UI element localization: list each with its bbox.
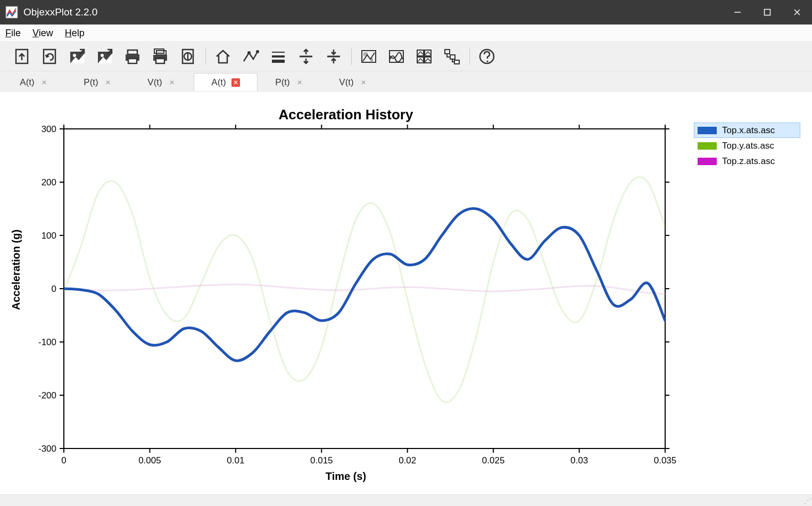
svg-text:0.02: 0.02 <box>399 455 416 466</box>
toolbar: ms <box>0 42 812 71</box>
legend-item-0[interactable]: Top.x.ats.asc <box>694 123 800 138</box>
svg-rect-33 <box>417 50 424 56</box>
statusbar: ⋰ <box>0 494 812 506</box>
svg-text:0.015: 0.015 <box>310 455 333 466</box>
page-setup-button[interactable] <box>176 45 200 68</box>
x-axis-label: Time (s) <box>5 470 686 483</box>
svg-point-41 <box>486 60 488 62</box>
svg-rect-39 <box>454 60 459 64</box>
svg-text:200: 200 <box>42 177 56 187</box>
export-image-button[interactable] <box>65 45 89 68</box>
y-axis-label: Acceleration (g) <box>10 230 22 310</box>
series-Top.x.ats.asc[interactable] <box>64 209 665 361</box>
legend: Top.x.ats.ascTop.y.ats.ascTop.z.ats.asc <box>694 123 800 169</box>
svg-rect-35 <box>417 57 424 63</box>
legend-swatch-icon <box>698 142 717 150</box>
menubar: File View Help <box>0 25 812 42</box>
tree-button[interactable] <box>440 45 464 68</box>
svg-text:0: 0 <box>61 455 66 466</box>
tab-close-icon[interactable]: ✕ <box>359 78 368 87</box>
minimize-button[interactable] <box>723 0 752 25</box>
help-button[interactable] <box>475 45 499 68</box>
multiplot-button[interactable] <box>412 45 436 68</box>
tab-vt-2[interactable]: V(t)✕ <box>130 73 194 91</box>
svg-text:300: 300 <box>42 124 56 134</box>
resize-grip-icon[interactable]: ⋰ <box>804 496 810 505</box>
svg-rect-34 <box>425 50 431 56</box>
tab-at-0[interactable]: A(t)✕ <box>2 73 66 91</box>
tab-close-icon[interactable]: ✕ <box>231 78 240 87</box>
svg-text:-100: -100 <box>38 337 56 347</box>
menu-file[interactable]: File <box>3 27 23 40</box>
menu-help[interactable]: Help <box>63 27 87 40</box>
tab-label: P(t) <box>275 77 289 88</box>
chart-title: Acceleration History <box>5 107 686 123</box>
legend-item-1[interactable]: Top.y.ats.asc <box>694 138 800 153</box>
tab-close-icon[interactable]: ✕ <box>40 78 48 87</box>
menu-view[interactable]: View <box>30 27 55 40</box>
chart-canvas[interactable]: -300-200-100010020030000.0050.010.0150.0… <box>5 97 686 486</box>
tab-pt-1[interactable]: P(t)✕ <box>66 73 130 91</box>
export-pdf-button[interactable] <box>93 45 117 68</box>
tab-label: P(t) <box>84 77 98 88</box>
app-icon <box>5 6 18 19</box>
svg-point-10 <box>101 54 104 57</box>
open-button[interactable] <box>10 45 34 68</box>
svg-rect-37 <box>445 50 450 54</box>
collapse-v-button[interactable] <box>321 45 346 68</box>
svg-point-22 <box>247 51 251 54</box>
svg-point-8 <box>73 54 76 57</box>
print-all-button[interactable] <box>148 45 172 68</box>
expand-v-button[interactable] <box>294 45 318 68</box>
svg-rect-38 <box>450 55 455 59</box>
tab-at-3[interactable]: A(t)✕ <box>194 73 258 91</box>
home-button[interactable] <box>211 45 235 68</box>
print-button[interactable] <box>120 45 145 68</box>
svg-rect-2 <box>765 10 770 15</box>
legend-item-2[interactable]: Top.z.ats.asc <box>694 153 800 169</box>
svg-rect-14 <box>128 59 137 63</box>
tab-pt-4[interactable]: P(t)✕ <box>258 73 321 91</box>
line-width-button[interactable] <box>266 45 291 68</box>
svg-text:-300: -300 <box>38 444 56 454</box>
svg-rect-12 <box>128 50 137 54</box>
svg-text:0: 0 <box>52 284 56 294</box>
tab-label: V(t) <box>147 77 162 88</box>
svg-text:0.005: 0.005 <box>138 455 161 466</box>
plot-area: Acceleration History Acceleration (g) Ti… <box>0 92 812 494</box>
overlay-button[interactable] <box>384 45 409 68</box>
series-Top.z.ats.asc[interactable] <box>64 284 665 294</box>
line-style-button[interactable] <box>238 45 263 68</box>
reload-button[interactable] <box>37 45 62 68</box>
svg-point-23 <box>256 50 259 53</box>
titlebar: ObjexxPlot 2.2.0 <box>0 0 812 25</box>
tab-close-icon[interactable]: ✕ <box>295 78 304 87</box>
svg-rect-36 <box>425 57 431 63</box>
tab-label: V(t) <box>339 77 353 88</box>
legend-label: Top.x.ats.asc <box>722 125 775 136</box>
tab-vt-5[interactable]: V(t)✕ <box>321 73 385 91</box>
tab-label: A(t) <box>211 77 226 88</box>
svg-text:0.03: 0.03 <box>570 455 588 466</box>
svg-text:0.035: 0.035 <box>654 455 677 466</box>
units-button[interactable]: ms <box>357 45 381 68</box>
tab-label: A(t) <box>20 77 34 88</box>
svg-text:0.01: 0.01 <box>227 455 244 466</box>
close-button[interactable] <box>782 0 812 25</box>
legend-swatch-icon <box>698 127 717 134</box>
tab-close-icon[interactable]: ✕ <box>104 78 112 87</box>
svg-text:-200: -200 <box>38 390 56 401</box>
tab-close-icon[interactable]: ✕ <box>168 78 176 87</box>
svg-text:0.025: 0.025 <box>482 455 505 466</box>
tabstrip: A(t)✕P(t)✕V(t)✕A(t)✕P(t)✕V(t)✕ <box>0 71 812 92</box>
legend-label: Top.y.ats.asc <box>722 141 774 151</box>
legend-label: Top.z.ats.asc <box>722 156 775 167</box>
maximize-button[interactable] <box>752 0 782 25</box>
svg-rect-18 <box>156 59 164 63</box>
legend-swatch-icon <box>698 158 717 165</box>
window-title: ObjexxPlot 2.2.0 <box>23 6 97 18</box>
svg-text:100: 100 <box>42 231 56 241</box>
